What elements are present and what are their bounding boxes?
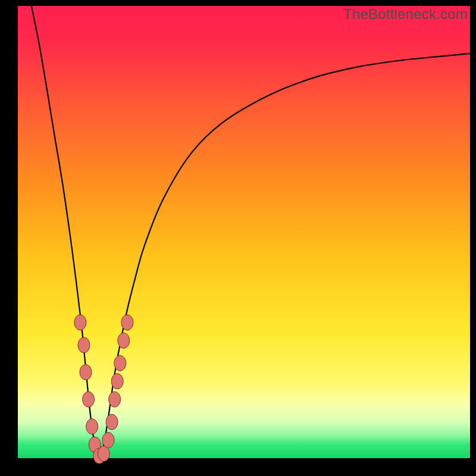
curve-marker (111, 374, 123, 389)
bottleneck-curve (32, 6, 470, 458)
curve-marker (86, 419, 98, 434)
watermark-text: TheBottleneck.com (343, 6, 468, 23)
curve-marker (78, 337, 90, 353)
curve-marker (118, 333, 130, 348)
curve-marker (109, 392, 121, 407)
curve-marker (114, 355, 126, 371)
curve-marker (98, 446, 109, 461)
chart-svg-layer (18, 6, 470, 458)
chart-frame: TheBottleneck.com (0, 0, 476, 476)
curve-marker (74, 315, 86, 330)
curve-marker (106, 414, 118, 430)
curve-marker (102, 433, 114, 448)
curve-marker (80, 365, 92, 380)
curve-marker (83, 392, 95, 407)
curve-marker (121, 315, 133, 330)
